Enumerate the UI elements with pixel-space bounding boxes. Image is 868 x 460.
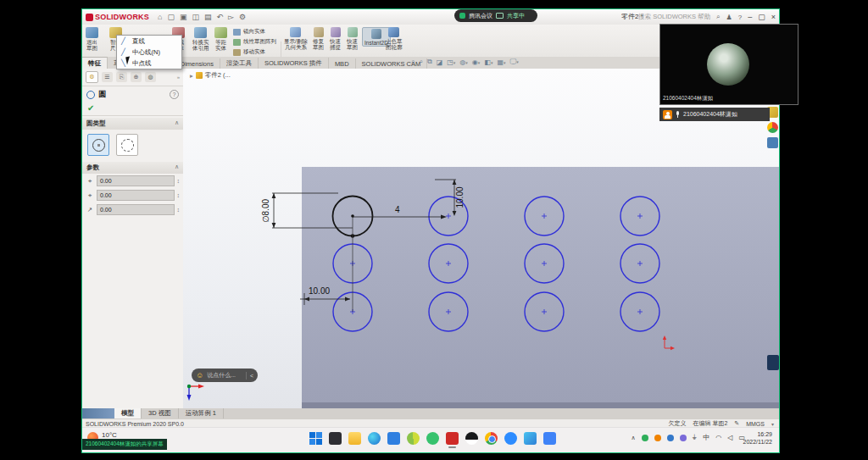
select-icon[interactable]: ▻ (228, 9, 234, 25)
edit-appearance-icon[interactable]: ◧▾ (484, 58, 492, 66)
configurations-tab[interactable]: ⎘ (116, 72, 127, 82)
options-icon[interactable]: ⚙ (239, 9, 246, 25)
minimize-button[interactable]: – (748, 13, 752, 21)
apply-scene-icon[interactable]: ▦▾ (497, 58, 505, 66)
search-taskbar-icon[interactable] (329, 432, 342, 445)
linear-pattern-button[interactable]: 线性草图阵列 (233, 38, 276, 46)
meeting-participant-bar[interactable]: 21060402404林潇如 (659, 108, 770, 121)
tray-app-icon[interactable] (680, 435, 687, 441)
tray-green-icon[interactable] (642, 435, 648, 441)
units-caret-icon[interactable]: ▾ (771, 421, 774, 427)
menu-item-line[interactable]: ╱ 直线 (117, 36, 181, 47)
emoji-icon[interactable]: ☺ (196, 371, 203, 380)
open-file-icon[interactable]: ▣ (180, 9, 187, 25)
ok-check-button[interactable]: ✔ (87, 103, 94, 113)
panel-overflow-icon[interactable]: » (177, 75, 180, 80)
menu-item-centerline[interactable]: ╱ 中心线(N) (117, 47, 181, 58)
tab-mbd[interactable]: MBD (329, 58, 356, 69)
tab-model[interactable]: 模型 (114, 408, 142, 418)
restore-button[interactable]: ▢ (758, 13, 765, 21)
zoom-fit-icon[interactable]: ⌕ (411, 58, 415, 66)
home-icon[interactable]: ⌂ (158, 9, 162, 25)
repair-sketch-button[interactable]: 修复 草图 (313, 27, 324, 50)
previous-view-icon[interactable]: ⧉ (427, 58, 432, 66)
radius-field[interactable]: 0.00 (97, 204, 175, 215)
display-pane-tab[interactable]: ◍ (145, 72, 156, 82)
exit-sketch-button[interactable]: 退出 草图 (86, 27, 98, 51)
spinner-icon[interactable]: ↕ (177, 178, 181, 184)
taskbar-clock[interactable]: 16:29 2022/11/22 (743, 430, 772, 446)
wifi-icon[interactable]: ◠ (715, 434, 721, 441)
pane-splitter[interactable] (82, 408, 114, 418)
convert-entities-button[interactable]: 转换实 体引用 (192, 27, 209, 51)
horizontal-spacing-label[interactable]: 10.00 (309, 286, 330, 296)
units-selector[interactable]: MMGS (746, 421, 765, 427)
microphone-icon[interactable] (676, 111, 680, 118)
qq-icon[interactable] (465, 432, 478, 445)
vertical-spacing-label[interactable]: 10.00 (455, 186, 465, 208)
tab-3d-views[interactable]: 3D 视图 (142, 408, 179, 418)
spinner-icon[interactable]: ↕ (177, 207, 181, 213)
tray-expand-icon[interactable]: ∧ (631, 435, 635, 441)
tab-motion-study[interactable]: 运动算例 1 (179, 408, 224, 418)
desktop-panel-icon[interactable] (767, 355, 779, 370)
panel-help-icon[interactable]: ? (170, 90, 179, 99)
volume-icon[interactable]: ◁ (727, 434, 732, 441)
help-search-input[interactable]: 搜索 SOLIDWORKS 帮助 (638, 13, 710, 21)
display-style-icon[interactable]: ◍▾ (459, 58, 468, 66)
tab-solidworks-addins[interactable]: SOLIDWORKS 插件 (259, 58, 329, 69)
tab-render-tools[interactable]: 渲染工具 (220, 58, 259, 69)
zoom-area-icon[interactable]: ⌕ (419, 58, 422, 66)
section-view-icon[interactable]: ◪ (437, 58, 443, 66)
tab-features[interactable]: 特征 (82, 57, 108, 69)
center-x-field[interactable]: 0.00 (97, 175, 175, 186)
part-face[interactable] (302, 167, 780, 402)
solidworks-taskbar-icon[interactable] (446, 432, 459, 445)
collapse-chat-icon[interactable]: < (250, 373, 253, 379)
meeting-video-window[interactable]: 21060402404林潇如 (659, 24, 798, 105)
spinner-icon[interactable]: ↕ (177, 192, 181, 198)
list-shortcut-icon[interactable] (767, 137, 778, 148)
dimxpert-tab[interactable]: ⊕ (131, 72, 142, 82)
diameter-dimension-label[interactable]: ∅8.00 (261, 198, 270, 223)
file-explorer-icon[interactable] (348, 432, 361, 445)
new-file-icon[interactable]: ▢ (167, 9, 175, 25)
tray-user-icon[interactable] (654, 435, 661, 441)
search-icon[interactable]: ⌕ (716, 13, 720, 21)
hide-show-items-icon[interactable]: ◉▾ (472, 58, 481, 66)
view-orientation-icon[interactable]: ◳▾ (447, 58, 455, 66)
featuremanager-tree-tab[interactable]: ☰ (102, 72, 113, 82)
center-y-field[interactable]: 0.00 (97, 190, 175, 201)
display-delete-relations-button[interactable]: 显示/删除 几何关系 (284, 27, 308, 50)
edge-browser-icon[interactable] (368, 432, 381, 445)
start-button[interactable] (309, 432, 322, 445)
user-account-icon[interactable]: ♟ (726, 14, 732, 21)
center-circle-type-button[interactable] (87, 134, 109, 156)
move-entities-button[interactable]: 移动实体 (233, 48, 265, 56)
microphone-tray-icon[interactable]: ⏚ (693, 434, 698, 442)
parameters-section-header[interactable]: 参数 ∧ (82, 162, 183, 174)
chat-input-placeholder[interactable]: 说点什么... (207, 371, 236, 380)
tray-headset-icon[interactable] (667, 435, 674, 441)
edit-sketch-icon[interactable]: ✎ (734, 420, 739, 427)
undo-icon[interactable]: ↶ (217, 9, 224, 25)
microsoft-store-icon[interactable] (387, 432, 400, 445)
browser-360-icon[interactable] (407, 432, 420, 445)
circle-type-section-header[interactable]: 圆类型 ∧ (82, 118, 183, 130)
save-icon[interactable]: ◫ (192, 9, 199, 25)
tencent-docs-icon[interactable] (524, 432, 537, 445)
shaded-sketch-contours-button[interactable]: 上色草 图轮廓 (386, 27, 403, 50)
perimeter-circle-type-button[interactable] (116, 134, 138, 156)
print-icon[interactable]: ▤ (204, 9, 212, 25)
photos-icon[interactable] (543, 432, 556, 445)
tencent-meeting-icon[interactable] (504, 432, 517, 445)
view-settings-icon[interactable]: 🖵▾ (509, 58, 518, 66)
meeting-chat-pill[interactable]: ☺ 说点什么... < (192, 369, 258, 382)
wechat-icon[interactable] (426, 432, 439, 445)
meeting-share-pill[interactable]: 腾讯会议 共享中 (454, 9, 537, 22)
propertymanager-tab[interactable]: ⚙ (86, 71, 98, 83)
pattern-count-label[interactable]: 4 (395, 205, 400, 214)
chrome-icon[interactable] (485, 432, 498, 445)
quick-snaps-button[interactable]: 快速 捕捉 (330, 27, 341, 50)
help-icon[interactable]: ? (738, 14, 742, 21)
